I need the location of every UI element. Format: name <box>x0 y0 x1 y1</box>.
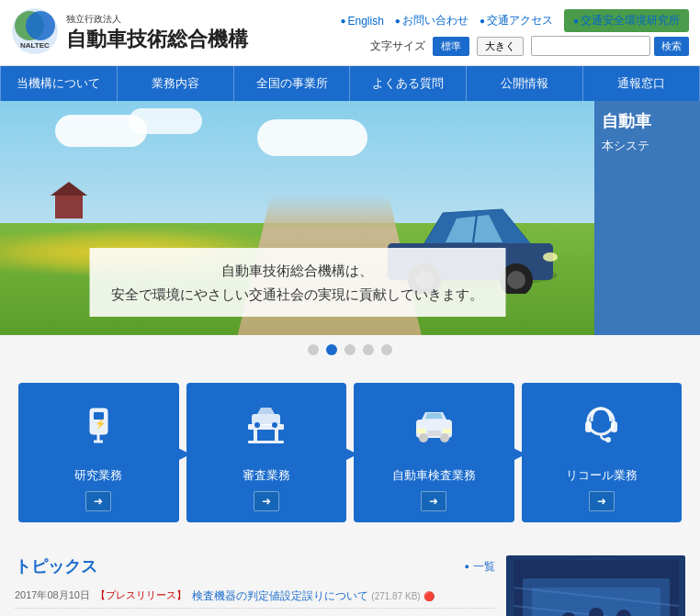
logo-text: 独立行政法人 自動車技術総合機構 <box>66 13 248 53</box>
hero-caption: 自動車技術総合機構は、 安全で環境にやさしい交通社会の実現に貢献していきます。 <box>89 248 505 317</box>
search-button[interactable]: 検索 <box>654 37 689 56</box>
svg-text:⚡: ⚡ <box>95 418 107 430</box>
fontsize-large[interactable]: 大きく <box>477 37 524 56</box>
svg-point-33 <box>605 437 611 442</box>
fontsize-label: 文字サイズ <box>370 39 425 54</box>
audit-icon <box>196 401 338 460</box>
topic-size: (271.87 KB) <box>371 591 420 601</box>
contact-link[interactable]: お問い合わせ <box>395 13 469 28</box>
svg-text:NALTEC: NALTEC <box>20 41 50 50</box>
pdf-icon: 🔴 <box>423 591 435 601</box>
inspection-label: 自動車検査業務 <box>363 467 505 484</box>
inspection-icon <box>363 401 505 460</box>
nav-offices[interactable]: 全国の事業所 <box>234 66 351 101</box>
side-image <box>506 555 685 616</box>
dot-2[interactable] <box>326 344 337 355</box>
search-input[interactable] <box>531 36 650 56</box>
svg-rect-29 <box>427 431 441 436</box>
hero-side-title: 自動車 <box>602 110 693 132</box>
svg-rect-25 <box>417 429 425 433</box>
fontsize-standard[interactable]: 標準 <box>433 37 469 56</box>
org-sub: 独立行政法人 <box>66 13 248 26</box>
topic-text[interactable]: 検査機器の判定値設定誤りについて (271.87 KB) 🔴 <box>192 588 435 604</box>
header-bottom: 文字サイズ 標準 大きく 検索 <box>370 36 689 56</box>
content-area: トピックス 一覧 2017年08月10日 【プレスリリース】 検査機器の判定値設… <box>0 541 700 616</box>
topic-date: 2017年08月10日 <box>15 588 90 602</box>
topic-item: 2017年08月10日 【プレスリリース】 検査機器の判定値設定誤りについて (… <box>15 585 495 609</box>
dot-5[interactable] <box>381 344 392 355</box>
svg-point-22 <box>254 422 260 428</box>
research-label: 研究業務 <box>28 467 170 484</box>
recall-icon <box>531 401 673 460</box>
recall-arrow[interactable]: ➜ <box>589 491 615 511</box>
hero-side-sub: 本システ <box>602 138 693 154</box>
svg-point-11 <box>543 252 558 262</box>
svg-rect-26 <box>443 429 451 433</box>
topics-title: トピックス <box>15 555 97 577</box>
hero-side: 自動車 本システ <box>594 101 700 335</box>
dot-3[interactable] <box>344 344 356 355</box>
research-icon: ⚡ <box>28 401 170 460</box>
logo-area: NALTEC 独立行政法人 自動車技術総合機構 <box>11 7 248 58</box>
audit-label: 審査業務 <box>196 467 338 484</box>
header-right: English お問い合わせ 交通アクセス 交通安全環境研究所 文字サイズ 標準… <box>340 9 689 56</box>
topics-section: トピックス 一覧 2017年08月10日 【プレスリリース】 検査機器の判定値設… <box>15 555 495 616</box>
svg-point-23 <box>272 422 277 428</box>
svg-rect-32 <box>611 421 617 432</box>
dot-4[interactable] <box>363 344 374 355</box>
nav-services[interactable]: 業務内容 <box>118 66 234 101</box>
svg-point-27 <box>419 433 428 442</box>
feature-recall[interactable]: リコール業務 ➜ <box>522 383 683 522</box>
audit-arrow[interactable]: ➜ <box>254 491 279 511</box>
nav-about[interactable]: 当機構について <box>0 66 118 101</box>
svg-point-28 <box>440 433 449 442</box>
svg-rect-19 <box>275 430 278 441</box>
inspection-arrow[interactable]: ➜ <box>421 491 446 511</box>
feature-inspection[interactable]: 自動車検査業務 ➜ <box>354 383 514 522</box>
side-image-inner <box>506 555 685 616</box>
english-link[interactable]: English <box>340 15 383 28</box>
nav-faq[interactable]: よくある質問 <box>350 66 467 101</box>
dot-1[interactable] <box>308 344 319 355</box>
header: NALTEC 独立行政法人 自動車技術総合機構 English お問い合わせ 交… <box>0 0 700 66</box>
org-name: 自動車技術総合機構 <box>66 26 248 53</box>
research-btn[interactable]: 交通安全環境研究所 <box>564 9 689 32</box>
svg-rect-18 <box>254 430 257 441</box>
access-link[interactable]: 交通アクセス <box>480 13 553 28</box>
nav-report[interactable]: 通報窓口 <box>583 66 700 101</box>
main-nav: 当機構について 業務内容 全国の事業所 よくある質問 公開情報 通報窓口 <box>0 66 700 101</box>
hero-section: 自動車技術総合機構は、 安全で環境にやさしい交通社会の実現に貢献していきます。 … <box>0 101 700 335</box>
features-section: ⚡ 研究業務 ➜ 審査業務 ➜ <box>0 364 700 541</box>
hero-caption-line2: 安全で環境にやさしい交通社会の実現に貢献していきます。 <box>111 283 483 307</box>
nav-info[interactable]: 公開情報 <box>467 66 583 101</box>
topic-tag: 【プレスリリース】 <box>96 588 186 602</box>
topics-header: トピックス 一覧 <box>15 555 495 577</box>
recall-label: リコール業務 <box>531 467 673 484</box>
search-area: 検索 <box>531 36 689 56</box>
feature-research[interactable]: ⚡ 研究業務 ➜ <box>18 383 179 522</box>
svg-point-2 <box>26 11 55 40</box>
research-arrow[interactable]: ➜ <box>85 491 111 511</box>
naltec-logo: NALTEC <box>11 7 59 58</box>
topics-more[interactable]: 一覧 <box>465 559 495 575</box>
header-links: English お問い合わせ 交通アクセス 交通安全環境研究所 <box>340 9 689 32</box>
svg-rect-20 <box>248 441 284 443</box>
feature-audit[interactable]: 審査業務 ➜ <box>186 383 347 522</box>
hero-dots <box>0 335 700 364</box>
hero-caption-line1: 自動車技術総合機構は、 <box>111 259 483 283</box>
svg-rect-31 <box>585 421 592 432</box>
hero-main: 自動車技術総合機構は、 安全で環境にやさしい交通社会の実現に貢献していきます。 <box>0 101 594 335</box>
svg-point-10 <box>507 271 525 289</box>
